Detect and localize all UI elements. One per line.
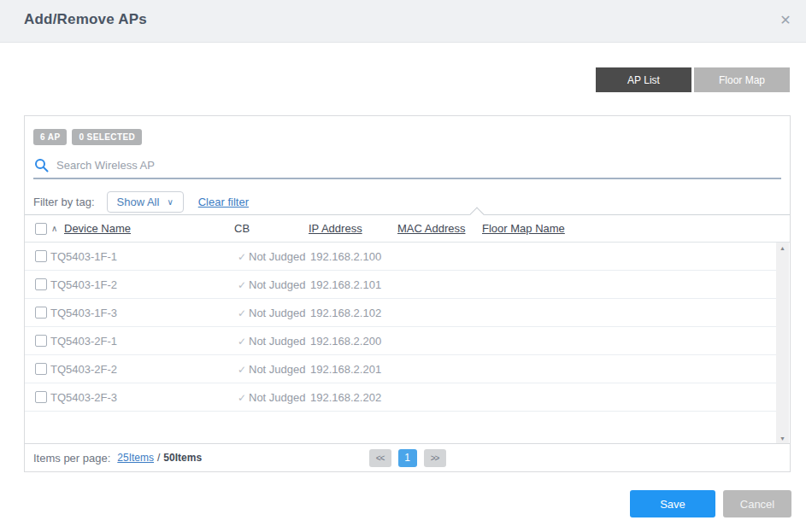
scroll-down-icon[interactable]: ▼ bbox=[780, 436, 785, 441]
select-all-checkbox[interactable] bbox=[35, 223, 47, 235]
filter-row: Filter by tag: Show All ∨ Clear filter bbox=[33, 190, 249, 213]
clear-filter-link[interactable]: Clear filter bbox=[198, 196, 249, 208]
items-per-page-label: Items per page: bbox=[33, 452, 110, 465]
tag-filter-value: Show All bbox=[117, 196, 160, 208]
table-row: TQ5403-2F-2 ✓ Not Judged 192.168.2.201 bbox=[25, 355, 776, 383]
page-title: Add/Remove APs bbox=[24, 11, 147, 28]
table-header: ∧ Device Name CB IP Address MAC Address … bbox=[25, 214, 790, 243]
cb-status-cell: Not Judged bbox=[249, 278, 306, 291]
ap-count-badge: 6 AP bbox=[33, 129, 67, 145]
selected-count-badge: 0 SELECTED bbox=[72, 129, 142, 145]
cb-status-cell: Not Judged bbox=[249, 391, 306, 404]
tab-ap-list[interactable]: AP List bbox=[596, 67, 691, 92]
device-name-cell: TQ5403-2F-3 bbox=[50, 391, 117, 404]
cb-status-cell: Not Judged bbox=[249, 335, 306, 348]
row-checkbox[interactable] bbox=[35, 363, 47, 375]
page-size-link[interactable]: 25Items bbox=[117, 452, 154, 464]
search-input[interactable] bbox=[56, 159, 781, 172]
table-body: TQ5403-1F-1 ✓ Not Judged 192.168.2.100 T… bbox=[25, 243, 776, 443]
view-tabs: AP List Floor Map bbox=[596, 67, 790, 92]
table-row: TQ5403-1F-3 ✓ Not Judged 192.168.2.102 bbox=[25, 299, 776, 327]
row-checkbox[interactable] bbox=[35, 335, 47, 347]
table-scrollbar[interactable]: ▲ ▼ bbox=[776, 243, 789, 444]
column-header-mac-address[interactable]: MAC Address bbox=[397, 222, 465, 235]
table-row: TQ5403-1F-1 ✓ Not Judged 192.168.2.100 bbox=[25, 243, 776, 271]
scroll-up-icon[interactable]: ▲ bbox=[780, 245, 785, 251]
check-icon: ✓ bbox=[238, 364, 246, 376]
table-row: TQ5403-1F-2 ✓ Not Judged 192.168.2.101 bbox=[25, 271, 776, 299]
ip-address-cell: 192.168.2.102 bbox=[310, 307, 381, 319]
ip-address-cell: 192.168.2.200 bbox=[310, 335, 381, 348]
device-name-cell: TQ5403-1F-1 bbox=[50, 250, 117, 263]
dialog-header: Add/Remove APs ✕ bbox=[0, 0, 806, 43]
cb-status-cell: Not Judged bbox=[249, 307, 306, 319]
pager: << 1 >> bbox=[369, 449, 446, 467]
table-row: TQ5403-2F-3 ✓ Not Judged 192.168.2.202 bbox=[25, 383, 776, 412]
save-button[interactable]: Save bbox=[630, 490, 715, 517]
ip-address-cell: 192.168.2.100 bbox=[310, 250, 381, 263]
ip-address-cell: 192.168.2.202 bbox=[310, 391, 381, 404]
row-checkbox[interactable] bbox=[35, 391, 47, 403]
next-page-button[interactable]: >> bbox=[424, 449, 446, 467]
check-icon: ✓ bbox=[238, 251, 246, 263]
page-size-total: 50Items bbox=[163, 452, 202, 464]
device-name-cell: TQ5403-2F-1 bbox=[50, 335, 117, 348]
check-icon: ✓ bbox=[238, 279, 246, 291]
cb-status-cell: Not Judged bbox=[249, 363, 306, 376]
row-checkbox[interactable] bbox=[35, 250, 47, 262]
device-name-cell: TQ5403-1F-2 bbox=[50, 278, 117, 291]
close-icon[interactable]: ✕ bbox=[776, 11, 795, 30]
column-header-ip-address[interactable]: IP Address bbox=[309, 222, 362, 235]
device-name-cell: TQ5403-2F-2 bbox=[50, 363, 117, 376]
column-header-floor-map-name[interactable]: Floor Map Name bbox=[482, 222, 565, 235]
summary-badges: 6 AP 0 SELECTED bbox=[33, 129, 142, 145]
chevron-down-icon: ∨ bbox=[167, 197, 173, 207]
row-checkbox[interactable] bbox=[35, 307, 47, 319]
cancel-button[interactable]: Cancel bbox=[723, 490, 791, 517]
cb-status-cell: Not Judged bbox=[249, 250, 306, 263]
filter-by-tag-label: Filter by tag: bbox=[33, 196, 95, 208]
tab-floor-map[interactable]: Floor Map bbox=[694, 67, 790, 92]
current-page-button[interactable]: 1 bbox=[398, 449, 417, 467]
column-header-cb: CB bbox=[234, 222, 250, 235]
pagination-bar: Items per page: 25Items / 50Items << 1 >… bbox=[25, 443, 790, 471]
check-icon: ✓ bbox=[238, 392, 246, 404]
check-icon: ✓ bbox=[238, 336, 246, 348]
prev-page-button[interactable]: << bbox=[369, 449, 391, 467]
search-icon bbox=[34, 158, 49, 172]
search-bar bbox=[33, 152, 781, 179]
table-row: TQ5403-2F-1 ✓ Not Judged 192.168.2.200 bbox=[25, 327, 776, 355]
ap-list-panel: 6 AP 0 SELECTED Filter by tag: Show All … bbox=[24, 115, 791, 472]
row-checkbox[interactable] bbox=[35, 278, 47, 290]
device-name-cell: TQ5403-1F-3 bbox=[50, 307, 117, 319]
header-notch bbox=[470, 208, 485, 222]
tag-filter-dropdown[interactable]: Show All ∨ bbox=[107, 191, 184, 213]
check-icon: ✓ bbox=[238, 307, 246, 319]
ip-address-cell: 192.168.2.101 bbox=[310, 278, 381, 291]
ip-address-cell: 192.168.2.201 bbox=[310, 363, 381, 376]
column-header-device-name[interactable]: Device Name bbox=[64, 222, 131, 235]
page-size-separator: / bbox=[157, 452, 160, 464]
sort-asc-icon: ∧ bbox=[51, 224, 57, 233]
